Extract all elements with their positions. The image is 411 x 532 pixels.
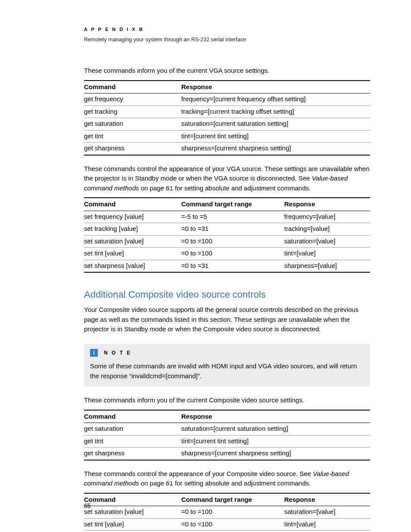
header-subtitle: Remotely managing your system through an… (84, 36, 370, 44)
table4-body: set saturation [value]=0 to =100saturati… (84, 506, 370, 532)
table-row: set tint [value]=0 to =100tint=[value] (84, 518, 370, 531)
table-cell: saturation=[current saturation setting] (181, 118, 370, 131)
table-cell: set tint [value] (84, 518, 181, 531)
text: on page 61 for setting absolute and adju… (139, 479, 311, 487)
table-cell: =0 to =100 (181, 235, 284, 248)
table-cell: saturation=[value] (284, 235, 370, 248)
table-cell: get sharpness (84, 143, 181, 155)
table-row: get saturationsaturation=[current satura… (84, 118, 370, 131)
table-cell: saturation=[current saturation setting] (181, 423, 370, 436)
table-cell: tint=[value] (284, 248, 370, 260)
section-heading: Additional Composite video source contro… (84, 287, 370, 302)
table-cell: tint=[current tint setting] (181, 435, 370, 448)
table-cell: =0 to =100 (181, 518, 284, 531)
table-row: get trackingtracking=[current tracking o… (84, 106, 370, 118)
table-cell: =0 to =31 (181, 223, 284, 236)
th-command: Command (84, 493, 181, 506)
info-icon: i (90, 349, 98, 357)
text: These commands control the appearance of… (84, 470, 313, 477)
table-cell: tint=[current tint setting] (181, 130, 370, 143)
table-cell: frequency=[current frequency offset sett… (181, 93, 370, 106)
table2-body: set frequency [value]=-5 to =5frequency=… (84, 211, 370, 272)
table-cell: get tint (84, 130, 181, 143)
th-response: Response (284, 198, 370, 211)
section-paragraph: Your Composite video source supports all… (84, 305, 370, 334)
table-cell: set tint [value] (84, 248, 181, 260)
vga-get-table: Command Response get frequencyfrequency=… (84, 80, 370, 156)
table-cell: =-5 to =5 (181, 211, 284, 223)
table-row: set saturation [value]=0 to =100saturati… (84, 506, 370, 519)
table-cell: get saturation (84, 118, 181, 131)
table-cell: get frequency (84, 93, 181, 106)
intro-paragraph-3: These commands inform you of the current… (84, 395, 370, 405)
table-cell: set frequency [value] (84, 211, 181, 223)
table-cell: saturation=[value] (284, 506, 370, 519)
th-response: Response (181, 81, 370, 93)
table-cell: tracking=[value] (284, 223, 370, 236)
table-cell: frequency=[value] (284, 211, 370, 223)
note-body: Some of these commands are invalid with … (90, 361, 364, 381)
th-range: Command target range (181, 493, 284, 506)
intro-paragraph-1: These commands inform you of the current… (84, 66, 370, 76)
table-cell: sharpness=[value] (284, 260, 370, 272)
table-row: get tinttint=[current tint setting] (84, 435, 370, 448)
table-row: set saturation [value]=0 to =100saturati… (84, 235, 370, 248)
table1-body: get frequencyfrequency=[current frequenc… (84, 93, 370, 155)
table-cell: sharpness=[current sharpness setting] (181, 448, 370, 460)
table-cell: =0 to =100 (181, 248, 284, 260)
table-row: get frequencyfrequency=[current frequenc… (84, 93, 370, 106)
th-command: Command (84, 198, 181, 211)
table-cell: get sharpness (84, 448, 181, 460)
table-row: get saturationsaturation=[current satura… (84, 423, 370, 436)
th-response: Response (284, 493, 370, 506)
th-command: Command (84, 410, 181, 423)
page-number: 65 (84, 501, 91, 510)
text: on page 61 for setting absolute and adju… (139, 184, 311, 192)
table-row: set frequency [value]=-5 to =5frequency=… (84, 211, 370, 223)
note-box: i N O T E Some of these commands are inv… (84, 344, 370, 387)
table-cell: get tint (84, 435, 181, 448)
composite-set-table: Command Command target range Response se… (84, 493, 370, 532)
table3-body: get saturationsaturation=[current satura… (84, 423, 370, 460)
vga-set-paragraph: These commands control the appearance of… (84, 164, 370, 193)
composite-get-table: Command Response get saturationsaturatio… (84, 410, 370, 460)
table-cell: set saturation [value] (84, 506, 181, 519)
table-row: set sharpness [value]=0 to =31sharpness=… (84, 260, 370, 272)
table-row: set tracking [value]=0 to =31tracking=[v… (84, 223, 370, 236)
th-response: Response (181, 410, 370, 423)
table-cell: tracking=[current tracking offset settin… (181, 106, 370, 118)
appendix-label: A P P E N D I X B (84, 26, 370, 33)
table-cell: set sharpness [value] (84, 260, 181, 272)
table-cell: sharpness=[current sharpness setting] (181, 143, 370, 155)
table-cell: =0 to =100 (181, 506, 284, 519)
table-cell: tint=[value] (284, 518, 370, 531)
composite-set-paragraph: These commands control the appearance of… (84, 469, 370, 488)
table-row: get sharpnesssharpness=[current sharpnes… (84, 143, 370, 155)
vga-set-table: Command Command target range Response se… (84, 197, 370, 273)
table-row: set tint [value]=0 to =100tint=[value] (84, 248, 370, 260)
table-cell: set saturation [value] (84, 235, 181, 248)
table-cell: =0 to =31 (181, 260, 284, 272)
table-cell: get tracking (84, 106, 181, 118)
th-command: Command (84, 81, 181, 93)
th-range: Command target range (181, 198, 284, 211)
note-label: N O T E (104, 349, 131, 357)
table-cell: get saturation (84, 423, 181, 436)
table-cell: set tracking [value] (84, 223, 181, 236)
table-row: get tinttint=[current tint setting] (84, 130, 370, 143)
table-row: get sharpnesssharpness=[current sharpnes… (84, 448, 370, 460)
